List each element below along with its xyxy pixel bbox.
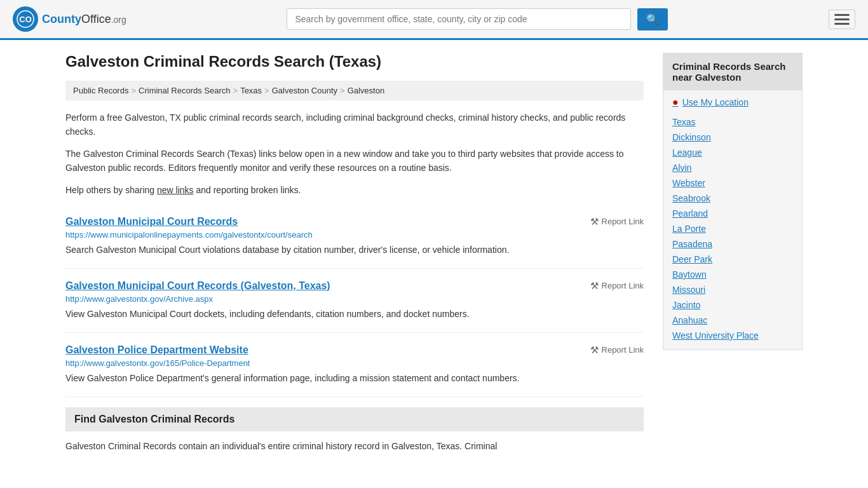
sidebar-link-3[interactable]: Alvin [672,160,793,175]
result-item-2: Galveston Municipal Court Records (Galve… [65,269,644,333]
result-2-header: Galveston Municipal Court Records (Galve… [65,280,644,292]
logo-icon: CO [13,6,38,32]
breadcrumb-galveston: Galveston [348,86,385,95]
breadcrumb-sep-1: > [131,86,136,95]
result-2-url[interactable]: http://www.galvestontx.gov/Archive.aspx [65,294,644,304]
breadcrumb-texas[interactable]: Texas [240,86,262,95]
result-2-desc: View Galveston Municipal Court dockets, … [65,308,644,321]
sidebar-content: ● Use My Location TexasDickinsonLeagueAl… [663,90,802,349]
result-1-desc: Search Galveston Municipal Court violati… [65,243,644,257]
sidebar-link-9[interactable]: Deer Park [672,252,793,267]
search-input[interactable] [287,8,631,30]
main-container: Galveston Criminal Records Search (Texas… [53,40,815,466]
sidebar-link-4[interactable]: Webster [672,175,793,191]
sidebar-box: Criminal Records Search near Galveston ●… [663,53,803,350]
sidebar-link-12[interactable]: Jacinto [672,297,793,313]
sidebar-link-11[interactable]: Missouri [672,282,793,297]
sidebar-link-2[interactable]: League [672,145,793,160]
menu-line-1 [834,14,850,16]
sidebar-link-13[interactable]: Anahuac [672,313,793,328]
sidebar-link-8[interactable]: Pasadena [672,236,793,252]
location-pin-icon: ● [672,97,679,108]
description-1: Perform a free Galveston, TX public crim… [65,111,644,139]
result-2-report-link[interactable]: ⚒ Report Link [590,280,644,292]
sidebar-link-14[interactable]: West University Place [672,328,793,343]
section-text: Galveston Criminal Records contain an in… [65,431,644,453]
result-item-3: Galveston Police Department Website ⚒ Re… [65,333,644,397]
section-header: Find Galveston Criminal Records [65,407,644,431]
sidebar-link-5[interactable]: Seabrook [672,191,793,206]
breadcrumb-sep-4: > [340,86,345,95]
result-1-url[interactable]: https://www.municipalonlinepayments.com/… [65,230,644,240]
result-1-header: Galveston Municipal Court Records ⚒ Repo… [65,216,644,227]
report-icon-2: ⚒ [590,280,599,292]
desc3-suffix: and reporting broken links. [194,185,301,195]
breadcrumb-sep-2: > [233,86,238,95]
desc3-prefix: Help others by sharing [65,185,157,195]
report-icon-1: ⚒ [590,216,599,227]
result-3-title[interactable]: Galveston Police Department Website [65,344,248,356]
menu-line-2 [834,18,850,20]
sidebar: Criminal Records Search near Galveston ●… [663,53,803,453]
menu-line-3 [834,23,850,25]
breadcrumb-public-records[interactable]: Public Records [73,86,128,95]
logo-text: CountyOffice.org [42,13,126,26]
header: CO CountyOffice.org 🔍 [0,0,868,40]
hamburger-menu-button[interactable] [829,10,855,29]
result-3-desc: View Galveston Police Department's gener… [65,372,644,385]
breadcrumb-criminal-records-search[interactable]: Criminal Records Search [139,86,231,95]
breadcrumb-galveston-county[interactable]: Galveston County [272,86,337,95]
use-my-location-label: Use My Location [682,97,749,107]
sidebar-link-7[interactable]: La Porte [672,221,793,236]
breadcrumb: Public Records > Criminal Records Search… [65,81,644,100]
search-icon: 🔍 [646,14,659,25]
description-2: The Galveston Criminal Records Search (T… [65,147,644,175]
sidebar-link-6[interactable]: Pearland [672,206,793,221]
search-button[interactable]: 🔍 [637,8,668,30]
use-my-location-button[interactable]: ● Use My Location [672,97,793,108]
search-area: 🔍 [287,8,668,30]
result-3-url[interactable]: http://www.galvestontx.gov/165/Police-De… [65,358,644,368]
result-2-title[interactable]: Galveston Municipal Court Records (Galve… [65,280,330,292]
result-1-report-link[interactable]: ⚒ Report Link [590,216,644,227]
result-item-1: Galveston Municipal Court Records ⚒ Repo… [65,205,644,269]
sidebar-title: Criminal Records Search near Galveston [663,53,802,90]
report-icon-3: ⚒ [590,344,599,356]
result-1-title[interactable]: Galveston Municipal Court Records [65,216,238,227]
result-1-report-label: Report Link [602,217,644,226]
logo-area: CO CountyOffice.org [13,6,126,32]
result-3-report-link[interactable]: ⚒ Report Link [590,344,644,356]
svg-text:CO: CO [19,15,32,24]
result-2-report-label: Report Link [602,281,644,290]
sidebar-link-0[interactable]: Texas [672,114,793,130]
sidebar-link-1[interactable]: Dickinson [672,130,793,145]
result-3-header: Galveston Police Department Website ⚒ Re… [65,344,644,356]
new-links-link[interactable]: new links [157,185,194,195]
page-title: Galveston Criminal Records Search (Texas… [65,53,644,71]
sidebar-links: TexasDickinsonLeagueAlvinWebsterSeabrook… [672,114,793,343]
description-3: Help others by sharing new links and rep… [65,183,644,197]
sidebar-link-10[interactable]: Baytown [672,267,793,282]
content-area: Galveston Criminal Records Search (Texas… [65,53,644,453]
breadcrumb-sep-3: > [264,86,269,95]
result-3-report-label: Report Link [602,345,644,355]
